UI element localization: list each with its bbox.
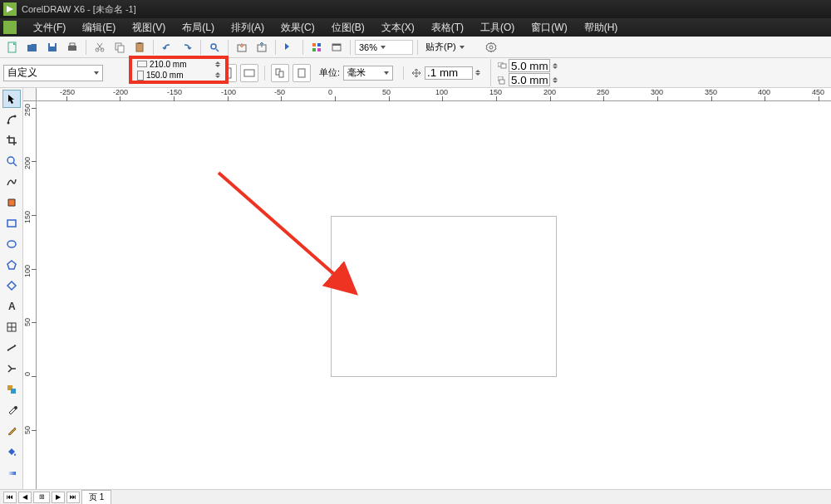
drawing-page[interactable] <box>331 216 557 377</box>
menu-arrange[interactable]: 排列(A) <box>223 21 273 35</box>
connector-tool[interactable] <box>2 360 21 378</box>
copy-button[interactable] <box>111 39 129 56</box>
svg-text:A: A <box>8 301 16 312</box>
svg-point-21 <box>489 46 493 49</box>
polygon-tool[interactable] <box>2 256 21 274</box>
width-spinner[interactable] <box>215 61 220 67</box>
menu-text[interactable]: 文本(X) <box>373 21 423 35</box>
svg-rect-4 <box>70 43 75 46</box>
page-width-input[interactable]: 210.0 mm <box>150 60 196 69</box>
export-button[interactable] <box>253 39 271 56</box>
menu-window[interactable]: 窗口(W) <box>523 21 575 35</box>
menu-table[interactable]: 表格(T) <box>423 21 472 35</box>
svg-line-34 <box>13 163 17 166</box>
separator <box>200 40 201 55</box>
nudge-input[interactable] <box>425 66 473 80</box>
dup-y-icon <box>498 76 506 83</box>
svg-rect-43 <box>11 389 16 394</box>
svg-rect-15 <box>312 43 316 46</box>
titlebar: CorelDRAW X6 - [未命名 -1] <box>0 0 831 18</box>
ruler-corner[interactable] <box>23 88 37 101</box>
rectangle-tool[interactable] <box>2 214 21 232</box>
dup-x-spinner[interactable] <box>553 63 558 69</box>
add-page-button[interactable]: ⊞ <box>33 492 50 503</box>
dup-y-input[interactable] <box>509 73 550 86</box>
menu-tools[interactable]: 工具(O) <box>472 21 523 35</box>
unit-dropdown[interactable]: 毫米 <box>343 66 393 81</box>
svg-line-41 <box>7 345 16 350</box>
page-navigator: ⏮ ◀ ⊞ ▶ ⏭ 页 1 <box>3 490 111 504</box>
crop-tool[interactable] <box>2 131 21 149</box>
nudge-icon <box>411 67 422 79</box>
all-pages-button[interactable] <box>271 64 289 82</box>
vertical-ruler[interactable]: 25020015010050050 <box>23 101 37 489</box>
smart-fill-tool[interactable] <box>2 193 21 212</box>
dimension-tool[interactable] <box>2 339 21 357</box>
landscape-button[interactable] <box>240 64 258 82</box>
welcome-button[interactable] <box>327 39 346 56</box>
redo-button[interactable] <box>178 39 196 56</box>
dropdown-arrow-icon <box>460 46 465 49</box>
snap-dropdown[interactable]: 贴齐(P) <box>422 40 480 55</box>
menu-view[interactable]: 视图(V) <box>124 21 174 35</box>
interactive-fill-tool[interactable] <box>2 463 21 482</box>
menubar: 文件(F) 编辑(E) 视图(V) 布局(L) 排列(A) 效果(C) 位图(B… <box>0 18 831 37</box>
open-button[interactable] <box>23 39 42 56</box>
new-button[interactable] <box>3 39 22 56</box>
separator <box>228 40 229 55</box>
print-button[interactable] <box>63 39 81 56</box>
save-button[interactable] <box>43 39 61 56</box>
menu-layout[interactable]: 布局(L) <box>174 21 223 35</box>
current-page-button[interactable] <box>293 64 311 82</box>
text-tool[interactable]: A <box>2 297 21 316</box>
eyedropper-tool[interactable] <box>2 401 21 419</box>
basic-shapes-tool[interactable] <box>2 276 21 295</box>
app-launcher-button[interactable] <box>307 39 326 56</box>
table-tool[interactable] <box>2 318 21 336</box>
pick-tool[interactable] <box>2 90 21 108</box>
cut-button[interactable] <box>91 39 109 56</box>
first-page-button[interactable]: ⏮ <box>3 492 17 503</box>
svg-rect-17 <box>312 48 316 51</box>
zoom-tool[interactable] <box>2 152 21 170</box>
page-preset-dropdown[interactable]: 自定义 <box>3 65 103 81</box>
svg-rect-18 <box>317 48 321 51</box>
shape-tool[interactable] <box>2 110 21 129</box>
zoom-value: 36% <box>359 42 377 52</box>
interactive-tool[interactable] <box>2 380 21 399</box>
freehand-tool[interactable] <box>2 173 21 191</box>
undo-button[interactable] <box>158 39 176 56</box>
search-button[interactable] <box>205 39 224 56</box>
menu-effects[interactable]: 效果(C) <box>273 21 323 35</box>
svg-point-36 <box>7 241 16 247</box>
menu-logo-icon <box>3 21 17 34</box>
last-page-button[interactable]: ⏭ <box>66 492 80 503</box>
fill-tool[interactable] <box>2 443 21 461</box>
horizontal-ruler[interactable]: -250-200-150-100-50050100150200250300350… <box>37 88 831 101</box>
menu-edit[interactable]: 编辑(E) <box>74 21 124 35</box>
import-button[interactable] <box>233 39 251 56</box>
svg-rect-9 <box>136 43 143 51</box>
options-button[interactable] <box>482 39 500 56</box>
menu-file[interactable]: 文件(F) <box>25 21 74 35</box>
outline-tool[interactable] <box>2 422 21 440</box>
svg-point-44 <box>14 406 17 409</box>
nudge-spinner[interactable] <box>475 70 480 76</box>
menu-help[interactable]: 帮助(H) <box>576 21 627 35</box>
publish-button[interactable] <box>280 39 298 56</box>
height-spinner[interactable] <box>215 72 220 78</box>
dup-x-icon <box>498 62 506 69</box>
next-page-button[interactable]: ▶ <box>52 492 65 503</box>
prev-page-button[interactable]: ◀ <box>18 492 32 503</box>
zoom-dropdown[interactable]: 36% <box>355 40 413 55</box>
canvas[interactable] <box>37 101 831 489</box>
paste-button[interactable] <box>130 39 149 56</box>
menu-bitmap[interactable]: 位图(B) <box>323 21 373 35</box>
unit-value: 毫米 <box>347 66 366 79</box>
page-tab[interactable]: 页 1 <box>81 490 111 504</box>
page-height-input[interactable]: 150.0 mm <box>146 71 193 80</box>
dup-y-spinner[interactable] <box>553 77 558 83</box>
toolbox: A <box>0 88 23 489</box>
ellipse-tool[interactable] <box>2 235 21 253</box>
dup-x-input[interactable] <box>509 59 550 72</box>
